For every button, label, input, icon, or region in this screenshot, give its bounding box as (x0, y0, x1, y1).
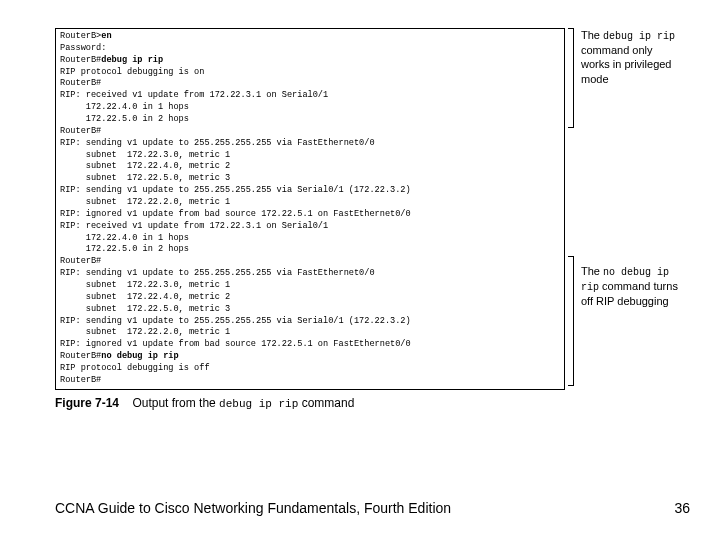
terminal-line: subnet 172.22.5.0, metric 3 (60, 304, 560, 316)
terminal-line: subnet 172.22.4.0, metric 2 (60, 292, 560, 304)
terminal-line: 172.22.5.0 in 2 hops (60, 244, 560, 256)
terminal-line: subnet 172.22.3.0, metric 1 (60, 280, 560, 292)
terminal-line: RouterB# (60, 375, 560, 387)
terminal-line: RouterB# (60, 78, 560, 90)
terminal-line: RouterB>en (60, 31, 560, 43)
terminal-line: 172.22.5.0 in 2 hops (60, 114, 560, 126)
bracket-top (568, 28, 574, 128)
terminal-line: 172.22.4.0 in 1 hops (60, 102, 560, 114)
terminal-line: RouterB# (60, 256, 560, 268)
terminal-line: RIP protocol debugging is off (60, 363, 560, 375)
terminal-line: subnet 172.22.2.0, metric 1 (60, 327, 560, 339)
annotation-column: The debug ip rip command only works in p… (575, 28, 685, 390)
terminal-line: RouterB# (60, 126, 560, 138)
terminal-line: RouterB#no debug ip rip (60, 351, 560, 363)
annot-top-pre: The (581, 29, 603, 41)
terminal-line: RouterB#debug ip rip (60, 55, 560, 67)
terminal-line: RIP: sending v1 update to 255.255.255.25… (60, 316, 560, 328)
annot-bot-pre: The (581, 265, 603, 277)
figure-number: Figure 7-14 (55, 396, 119, 410)
bracket-bottom (568, 256, 574, 386)
terminal-output: RouterB>enPassword:RouterB#debug ip ripR… (55, 28, 565, 390)
bracket-column (565, 28, 575, 390)
figure-caption: Figure 7-14 Output from the debug ip rip… (55, 396, 702, 410)
terminal-line: RIP protocol debugging is on (60, 67, 560, 79)
annot-top-post: command only works in privileged mode (581, 44, 671, 85)
terminal-line: RIP: received v1 update from 172.22.3.1 … (60, 90, 560, 102)
terminal-line: subnet 172.22.3.0, metric 1 (60, 150, 560, 162)
figure-caption-post: command (298, 396, 354, 410)
terminal-line: subnet 172.22.4.0, metric 2 (60, 161, 560, 173)
terminal-line: RIP: ignored v1 update from bad source 1… (60, 339, 560, 351)
annotation-debug-off: The no debug ip rip command turns off RI… (581, 264, 681, 308)
terminal-line: RIP: sending v1 update to 255.255.255.25… (60, 268, 560, 280)
terminal-line: subnet 172.22.5.0, metric 3 (60, 173, 560, 185)
slide-page: RouterB>enPassword:RouterB#debug ip ripR… (0, 0, 720, 540)
footer-book-title: CCNA Guide to Cisco Networking Fundament… (55, 500, 451, 516)
terminal-line: RIP: received v1 update from 172.22.3.1 … (60, 221, 560, 233)
figure-row: RouterB>enPassword:RouterB#debug ip ripR… (55, 28, 702, 390)
terminal-line: RIP: sending v1 update to 255.255.255.25… (60, 185, 560, 197)
terminal-line: subnet 172.22.2.0, metric 1 (60, 197, 560, 209)
terminal-line: RIP: sending v1 update to 255.255.255.25… (60, 138, 560, 150)
slide-number: 36 (674, 500, 690, 516)
figure-caption-mono: debug ip rip (219, 398, 298, 410)
terminal-line: RIP: ignored v1 update from bad source 1… (60, 209, 560, 221)
figure-caption-pre: Output from the (132, 396, 219, 410)
terminal-line: Password: (60, 43, 560, 55)
annot-top-mono: debug ip rip (603, 31, 675, 42)
terminal-line: 172.22.4.0 in 1 hops (60, 233, 560, 245)
annotation-debug-on: The debug ip rip command only works in p… (581, 28, 681, 86)
